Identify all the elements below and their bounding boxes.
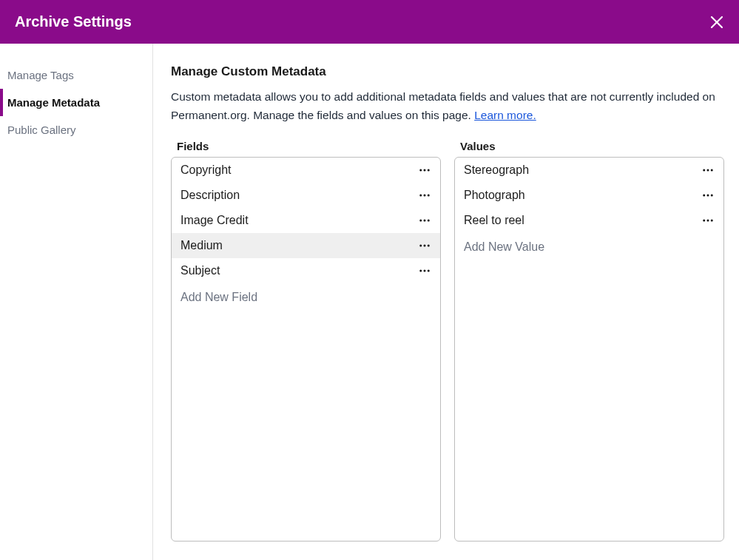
fields-column: Fields Copyright Description Image Credi… [171, 140, 441, 542]
field-label: Description [180, 189, 240, 202]
field-label: Copyright [180, 163, 231, 177]
value-label: Photograph [464, 189, 525, 202]
svg-point-22 [711, 194, 713, 196]
value-item-photograph[interactable]: Photograph [455, 183, 723, 208]
more-icon[interactable] [418, 264, 431, 277]
fields-header: Fields [171, 140, 441, 152]
page-description-text: Custom metadata allows you to add additi… [171, 90, 715, 121]
field-item-copyright[interactable]: Copyright [172, 158, 440, 183]
dialog-title: Archive Settings [15, 13, 132, 30]
svg-point-25 [711, 219, 713, 221]
value-label: Reel to reel [464, 214, 524, 227]
fields-listbox: Copyright Description Image Credit Mediu… [171, 157, 441, 542]
add-field-input[interactable] [172, 283, 440, 311]
field-item-subject[interactable]: Subject [172, 258, 440, 283]
close-icon[interactable] [708, 13, 726, 31]
value-item-reel-to-reel[interactable]: Reel to reel [455, 208, 723, 233]
svg-point-24 [707, 219, 709, 221]
svg-point-13 [428, 244, 430, 246]
svg-point-2 [419, 169, 422, 171]
sidebar-item-manage-metadata[interactable]: Manage Metadata [0, 89, 152, 116]
metadata-columns: Fields Copyright Description Image Credi… [171, 140, 724, 542]
learn-more-link[interactable]: Learn more. [474, 109, 536, 121]
more-icon[interactable] [701, 189, 715, 202]
svg-point-20 [703, 194, 705, 196]
sidebar-item-label: Manage Tags [7, 69, 74, 81]
svg-point-21 [707, 194, 709, 196]
main-content: Manage Custom Metadata Custom metadata a… [153, 44, 739, 560]
field-label: Medium [180, 239, 223, 252]
svg-point-18 [707, 169, 709, 171]
dialog-body: Manage Tags Manage Metadata Public Galle… [0, 44, 739, 560]
field-label: Image Credit [180, 214, 249, 227]
svg-point-17 [703, 169, 705, 171]
svg-point-9 [424, 219, 426, 221]
dialog-header: Archive Settings [0, 0, 739, 44]
field-item-description[interactable]: Description [172, 183, 440, 208]
svg-point-10 [428, 219, 430, 221]
more-icon[interactable] [418, 163, 431, 177]
page-description: Custom metadata allows you to add additi… [171, 88, 718, 125]
svg-point-15 [424, 269, 426, 271]
more-icon[interactable] [701, 163, 715, 177]
value-item-stereograph[interactable]: Stereograph [455, 158, 723, 183]
svg-point-5 [419, 194, 422, 196]
add-value-input[interactable] [455, 233, 723, 261]
svg-point-8 [419, 219, 422, 221]
more-icon[interactable] [418, 214, 431, 227]
svg-point-3 [424, 169, 426, 171]
value-label: Stereograph [464, 163, 529, 177]
field-item-image-credit[interactable]: Image Credit [172, 208, 440, 233]
svg-point-7 [428, 194, 430, 196]
svg-point-23 [703, 219, 705, 221]
sidebar-item-public-gallery[interactable]: Public Gallery [0, 116, 152, 144]
values-listbox: Stereograph Photograph Reel to reel [454, 157, 724, 542]
values-header: Values [454, 140, 724, 152]
field-item-medium[interactable]: Medium [172, 233, 440, 258]
sidebar: Manage Tags Manage Metadata Public Galle… [0, 44, 153, 560]
svg-point-19 [711, 169, 713, 171]
svg-point-6 [424, 194, 426, 196]
page-title: Manage Custom Metadata [171, 64, 724, 79]
svg-point-16 [428, 269, 430, 271]
svg-point-11 [419, 244, 422, 246]
more-icon[interactable] [418, 239, 431, 252]
sidebar-item-label: Public Gallery [7, 124, 76, 136]
more-icon[interactable] [418, 189, 431, 202]
svg-point-4 [428, 169, 430, 171]
svg-point-14 [419, 269, 422, 271]
values-column: Values Stereograph Photograph Reel to re… [454, 140, 724, 542]
svg-point-12 [424, 244, 426, 246]
more-icon[interactable] [701, 214, 715, 227]
sidebar-item-manage-tags[interactable]: Manage Tags [0, 61, 152, 89]
sidebar-item-label: Manage Metadata [7, 96, 100, 109]
field-label: Subject [180, 264, 220, 277]
